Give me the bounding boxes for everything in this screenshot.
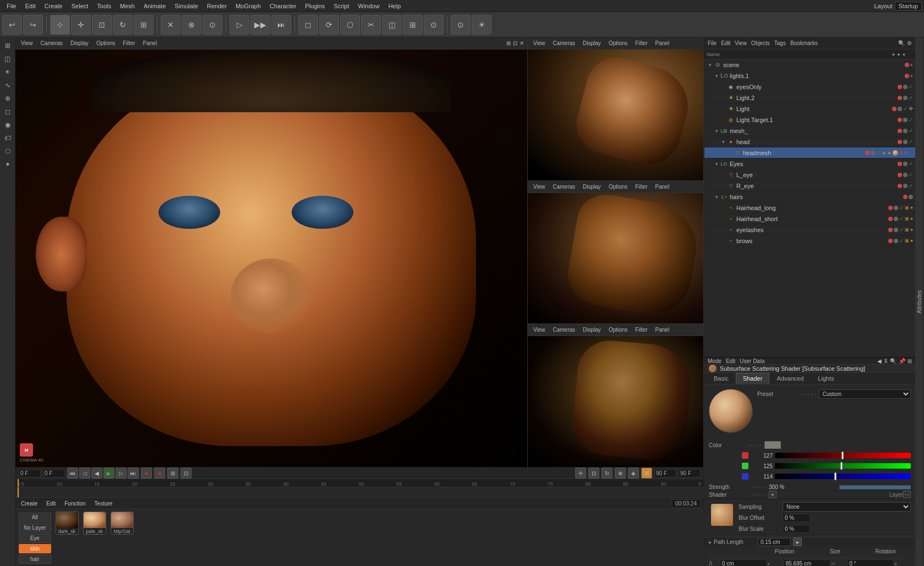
pos-x-input[interactable] (720, 559, 767, 566)
xref-tool[interactable]: ✦ (2, 158, 14, 171)
viewport-icon-2[interactable]: ⊡ (513, 40, 517, 46)
shader-add-btn[interactable]: + (769, 491, 777, 498)
menu-file[interactable]: File (2, 2, 21, 10)
rotate-key-btn[interactable]: ↻ (602, 468, 613, 479)
scene-objects-menu[interactable]: Objects (751, 40, 770, 46)
rotate-tool[interactable]: ↻ (113, 15, 133, 35)
preset-dropdown[interactable]: Custom (819, 389, 911, 399)
material-swatch-mip[interactable]: Mip/Sat (111, 512, 134, 535)
menu-edit[interactable]: Edit (21, 2, 40, 10)
mode-menu[interactable]: Mode (708, 358, 721, 364)
object-left-tool[interactable]: ◻ (2, 106, 14, 118)
sv-options[interactable]: Options (606, 39, 630, 47)
material-swatch-dark[interactable]: dark_sk (56, 512, 79, 535)
anim-play[interactable]: ▶▶ (250, 15, 270, 35)
mat-key-btn[interactable]: M (641, 468, 652, 479)
material-left-tool[interactable]: ◉ (2, 119, 14, 131)
step-back-button[interactable]: ◁ (79, 468, 90, 479)
tree-item-lights1[interactable]: ▾ L⊙ lights.1 ● (704, 70, 915, 81)
path-length-input[interactable] (758, 538, 791, 546)
vbar-options[interactable]: Options (94, 39, 117, 47)
timeline-track[interactable] (15, 487, 704, 498)
filter-nolayer[interactable]: No Layer (19, 523, 51, 532)
tree-item-scene[interactable]: ▾ ⊙ scene ● (704, 59, 915, 70)
tree-item-eyesonly[interactable]: ◉ eyesOnly ✓ (704, 81, 915, 92)
sub-viewport-canvas-bot[interactable] (528, 336, 703, 467)
blur-offset-input[interactable] (783, 514, 810, 522)
bend-tool[interactable]: ⟳ (319, 15, 339, 35)
object-tool[interactable]: ◻ (298, 15, 318, 35)
sv3-cameras[interactable]: Cameras (551, 326, 578, 334)
cube-tool[interactable]: ⊞ (2, 40, 14, 52)
menu-select[interactable]: Select (67, 2, 93, 10)
motion-clip-button[interactable]: ⊞ (167, 468, 178, 479)
spline-tool[interactable]: ◫ (382, 15, 402, 35)
knife-tool[interactable]: ✂ (361, 15, 381, 35)
redo-button[interactable]: ↪ (23, 15, 43, 35)
sv3-panel[interactable]: Panel (653, 326, 672, 334)
g-slider-track[interactable] (775, 463, 911, 469)
sv2-options[interactable]: Options (606, 183, 630, 191)
goto-start-button[interactable]: ⏮ (67, 468, 78, 479)
menu-help[interactable]: Help (384, 2, 406, 10)
viewport-icon-3[interactable]: ✕ (520, 40, 524, 46)
spline-left-tool[interactable]: ∿ (2, 79, 14, 91)
tree-item-head[interactable]: ▾ ● head ✓ (704, 136, 915, 147)
filter-hair[interactable]: hair (19, 554, 51, 564)
tag-tool[interactable]: 🏷 (2, 132, 14, 144)
sv-display[interactable]: Display (581, 39, 603, 47)
main-viewport[interactable]: View Cameras Display Options Filter Pane… (15, 37, 528, 467)
all-key-btn[interactable]: ⊕ (615, 468, 626, 479)
path-increment-btn[interactable]: ▸ (793, 537, 802, 546)
sub-viewport-mid[interactable]: View Cameras Display Options Filter Pane… (528, 181, 703, 325)
frame-end-input[interactable] (654, 469, 676, 477)
function-label[interactable]: Function (62, 499, 88, 508)
sv3-filter[interactable]: Filter (633, 326, 649, 334)
sub-viewport-canvas-top[interactable] (528, 50, 703, 180)
sv-view[interactable]: View (531, 39, 548, 47)
play-back-button[interactable]: ◀ (91, 468, 102, 479)
tree-item-hairs[interactable]: ▾ L~ hairs (704, 191, 915, 202)
filter-all[interactable]: All (19, 513, 51, 522)
scene-settings-icon[interactable]: ⚙ (907, 40, 912, 46)
main-viewport-canvas[interactable]: M CINEMA 4D (15, 50, 527, 467)
scene-left-tool[interactable]: ⬡ (2, 145, 14, 157)
vbar-filter[interactable]: Filter (121, 39, 137, 47)
tree-item-headmesh[interactable]: ▽ headmesh ✓ ▲ ▲ ⊕ ⊕ ✛ (704, 147, 915, 158)
sub-viewport-bot[interactable]: View Cameras Display Options Filter Pane… (528, 324, 703, 467)
move-tool[interactable]: ✛ (71, 15, 91, 35)
transform-tool[interactable]: ⊞ (134, 15, 154, 35)
select-tool[interactable]: ⊹ (50, 15, 70, 35)
create-label[interactable]: Create (19, 499, 40, 508)
step-forward-button[interactable]: ▷ (116, 468, 127, 479)
extrude-tool[interactable]: ⬡ (340, 15, 360, 35)
light-left-tool[interactable]: ☀ (2, 66, 14, 78)
attr-search-icon[interactable]: 🔍 (890, 358, 896, 364)
vbar-display[interactable]: Display (68, 39, 91, 47)
menu-character[interactable]: Character (265, 2, 300, 10)
menu-mesh[interactable]: Mesh (116, 2, 139, 10)
edit-menu[interactable]: Edit (726, 358, 735, 364)
menu-script[interactable]: Script (329, 2, 353, 10)
sv-panel[interactable]: Panel (653, 39, 672, 47)
tree-item-mesh[interactable]: ▾ L⊞ mesh_ ✓ (704, 125, 915, 136)
rot-x-input[interactable] (847, 559, 894, 566)
sv2-display[interactable]: Display (581, 183, 603, 191)
menu-render[interactable]: Render (203, 2, 231, 10)
b-slider-track[interactable] (775, 474, 911, 479)
scene-edit-menu[interactable]: Edit (721, 40, 730, 46)
tree-item-lighttarget[interactable]: ◎ Light.Target.1 ✓ (704, 114, 915, 125)
vbar-panel[interactable]: Panel (141, 39, 160, 47)
menu-plugins[interactable]: Plugins (300, 2, 329, 10)
tree-item-light[interactable]: ☀ Light ✓ ✛ (704, 103, 915, 114)
tab-lights[interactable]: Lights (811, 373, 841, 384)
filter-skin[interactable]: skin (19, 544, 51, 553)
fps-input[interactable] (679, 469, 701, 477)
attr-collapse-icon[interactable]: ◀ (877, 358, 882, 364)
tree-item-hairhead-long[interactable]: ~ Hairhead_long ✓ ▦ ● (704, 202, 915, 213)
tab-basic[interactable]: Basic (707, 373, 736, 384)
scene-bookmarks-menu[interactable]: Bookmarks (790, 40, 818, 46)
render-view[interactable]: ⊗ (182, 15, 201, 35)
tab-shader[interactable]: Shader (736, 373, 769, 384)
menu-simulate[interactable]: Simulate (170, 2, 203, 10)
